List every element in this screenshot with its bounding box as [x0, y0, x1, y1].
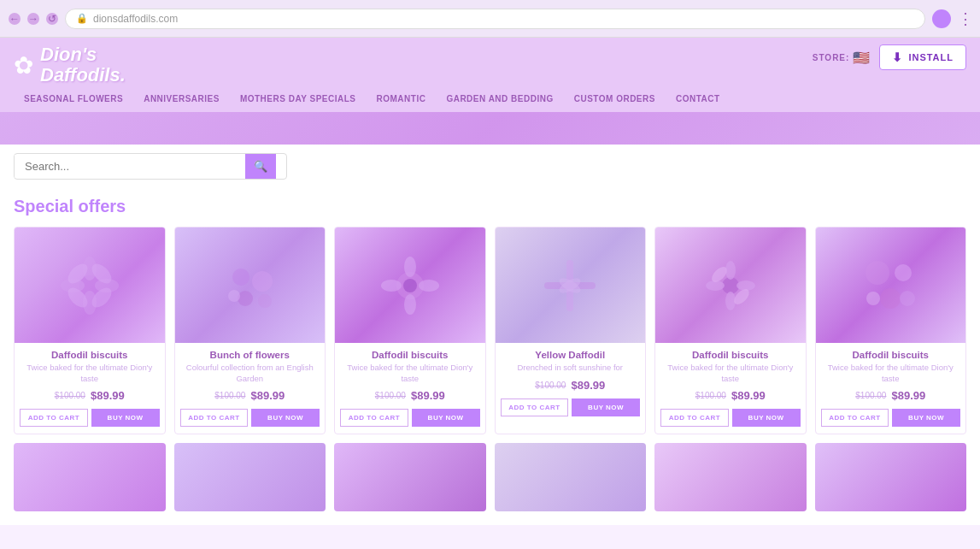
- product-image-1: [15, 227, 165, 343]
- product-image-4: [496, 227, 646, 343]
- search-input[interactable]: [15, 155, 245, 178]
- product-desc-1: Twice baked for the ultimate Dion'y tast…: [21, 363, 158, 384]
- download-icon: ⬇: [892, 50, 903, 64]
- product-card-3: Daffodil biscuits Twice baked for the ul…: [334, 227, 486, 434]
- product-price-1: $100.00 $89.99: [21, 389, 158, 402]
- product-actions-1: ADD TO CART BUY NOW: [15, 409, 165, 434]
- product-desc-5: Twice baked for the ultimate Dion'y tast…: [662, 363, 799, 384]
- profile-icon[interactable]: [932, 9, 951, 28]
- flower-image-2: [215, 251, 284, 320]
- product-actions-2: ADD TO CART BUY NOW: [175, 409, 326, 434]
- add-to-cart-1[interactable]: ADD TO CART: [20, 409, 88, 427]
- search-input-wrap: 🔍: [14, 153, 287, 180]
- price-old-5: $100.00: [695, 391, 726, 400]
- price-old-4: $100.00: [535, 381, 566, 390]
- nav-mothers-day[interactable]: MOTHERS DAY SPECIALS: [230, 86, 367, 112]
- nav-garden-bedding[interactable]: GARDEN AND BEDDING: [436, 86, 563, 112]
- search-section: 🔍: [0, 145, 980, 188]
- flag-icon: 🇺🇸: [853, 50, 871, 66]
- product-info-3: Daffodil biscuits Twice baked for the ul…: [335, 343, 485, 402]
- price-old-6: $100.00: [855, 391, 886, 400]
- product-info-4: Yellow Daffodil Drenched in soft sunshin…: [496, 343, 646, 391]
- product-info-5: Daffodil biscuits Twice baked for the ul…: [655, 343, 806, 402]
- buy-now-2[interactable]: BUY NOW: [251, 409, 320, 427]
- add-to-cart-5[interactable]: ADD TO CART: [660, 409, 729, 427]
- product-actions-3: ADD TO CART BUY NOW: [335, 409, 485, 434]
- refresh-button[interactable]: ↺: [46, 13, 58, 25]
- flower-image-6: [856, 251, 924, 320]
- product-card-6: Daffodil biscuits Twice baked for the ul…: [815, 227, 967, 434]
- product-desc-3: Twice baked for the ultimate Dion'y tast…: [342, 363, 478, 384]
- product-actions-6: ADD TO CART BUY NOW: [816, 409, 966, 434]
- buy-now-4[interactable]: BUY NOW: [572, 398, 640, 416]
- forward-button[interactable]: →: [27, 13, 39, 25]
- product-name-3: Daffodil biscuits: [342, 350, 478, 360]
- partial-card-6: [815, 443, 967, 511]
- product-name-4: Yellow Daffodil: [502, 350, 639, 360]
- buy-now-6[interactable]: BUY NOW: [892, 409, 960, 427]
- partial-card-5: [654, 443, 807, 511]
- product-card-4: Yellow Daffodil Drenched in soft sunshin…: [495, 227, 647, 434]
- product-name-2: Bunch of flowers: [182, 350, 319, 360]
- nav-links: SEASONAL FLOWERS ANNIVERSARIES MOTHERS D…: [14, 86, 731, 112]
- add-to-cart-2[interactable]: ADD TO CART: [180, 409, 249, 427]
- buy-now-5[interactable]: BUY NOW: [732, 409, 801, 427]
- buy-now-1[interactable]: BUY NOW: [91, 409, 160, 427]
- svg-point-33: [880, 288, 901, 309]
- browser-chrome: ← → ↺ 🔒 dionsdaffodils.com ⋮: [0, 0, 980, 38]
- partial-card-4: [495, 443, 647, 511]
- search-button[interactable]: 🔍: [245, 154, 276, 179]
- buy-now-3[interactable]: BUY NOW: [412, 409, 480, 427]
- product-image-2: [175, 227, 326, 343]
- product-desc-2: Colourful collection from an English Gar…: [182, 363, 319, 384]
- partial-card-2: [174, 443, 326, 511]
- menu-dots-icon[interactable]: ⋮: [958, 9, 971, 28]
- add-to-cart-4[interactable]: ADD TO CART: [501, 398, 569, 416]
- price-old-3: $100.00: [375, 391, 406, 400]
- product-info-6: Daffodil biscuits Twice baked for the ul…: [816, 343, 966, 402]
- nav-seasonal-flowers[interactable]: SEASONAL FLOWERS: [14, 86, 133, 112]
- products-grid: Daffodil biscuits Twice baked for the ul…: [14, 227, 966, 434]
- product-card-5: Daffodil biscuits Twice baked for the ul…: [654, 227, 807, 434]
- price-new-5: $89.99: [731, 389, 766, 402]
- flower-image-1: [56, 251, 124, 320]
- address-bar[interactable]: 🔒 dionsdaffodils.com: [65, 9, 925, 29]
- install-button[interactable]: ⬇ INSTALL: [879, 44, 966, 70]
- logo-flower-icon: ✿: [14, 51, 33, 80]
- product-image-3: [335, 227, 485, 343]
- svg-point-12: [228, 290, 240, 302]
- price-old-1: $100.00: [55, 391, 85, 400]
- add-to-cart-3[interactable]: ADD TO CART: [340, 409, 408, 427]
- header-top-row: ✿ Dion's Daffodils. STORE: 🇺🇸 ⬇ INSTALL: [0, 38, 980, 86]
- svg-point-11: [238, 291, 253, 306]
- svg-point-35: [900, 291, 915, 306]
- nav-anniversaries[interactable]: ANNIVERSARIES: [133, 86, 230, 112]
- price-old-2: $100.00: [214, 391, 245, 400]
- nav-contact[interactable]: CONTACT: [666, 86, 731, 112]
- svg-point-13: [258, 294, 272, 308]
- site-header: ✿ Dion's Daffodils. STORE: 🇺🇸 ⬇ INSTALL …: [0, 38, 980, 145]
- partial-card-1: [14, 443, 166, 511]
- store-language[interactable]: STORE: 🇺🇸: [813, 50, 871, 66]
- product-desc-6: Twice baked for the ultimate Dion'y tast…: [823, 363, 959, 384]
- price-new-3: $89.99: [411, 389, 445, 402]
- logo-text: Dion's Daffodils.: [40, 44, 126, 86]
- nav-custom-orders[interactable]: CUSTOM ORDERS: [564, 86, 666, 112]
- second-row-products: [14, 443, 966, 511]
- special-offers-section: Special offers: [0, 188, 980, 525]
- nav-romantic[interactable]: ROMANTIC: [367, 86, 437, 112]
- product-card-1: Daffodil biscuits Twice baked for the ul…: [14, 227, 166, 434]
- product-name-6: Daffodil biscuits: [823, 350, 959, 360]
- back-button[interactable]: ←: [9, 13, 21, 25]
- add-to-cart-6[interactable]: ADD TO CART: [821, 409, 889, 427]
- product-desc-4: Drenched in soft sunshine for: [502, 363, 639, 373]
- flower-image-4: [536, 251, 604, 320]
- product-image-6: [816, 227, 966, 343]
- flower-image-5: [696, 251, 765, 320]
- product-actions-5: ADD TO CART BUY NOW: [655, 409, 806, 434]
- price-new-6: $89.99: [891, 389, 925, 402]
- svg-point-15: [403, 279, 417, 292]
- product-price-2: $100.00 $89.99: [182, 389, 319, 402]
- svg-point-19: [419, 280, 439, 292]
- url-text: dionsdaffodils.com: [93, 13, 178, 25]
